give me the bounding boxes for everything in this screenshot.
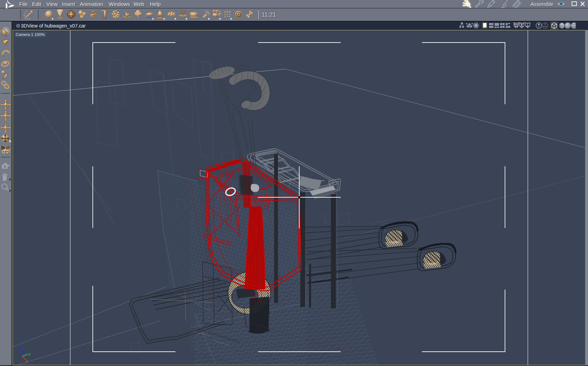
svg-text:Y: Y xyxy=(28,352,31,357)
svg-text:X: X xyxy=(25,359,28,364)
svg-text:Z: Z xyxy=(19,346,22,351)
svg-text:11:21: 11:21 xyxy=(262,12,276,18)
